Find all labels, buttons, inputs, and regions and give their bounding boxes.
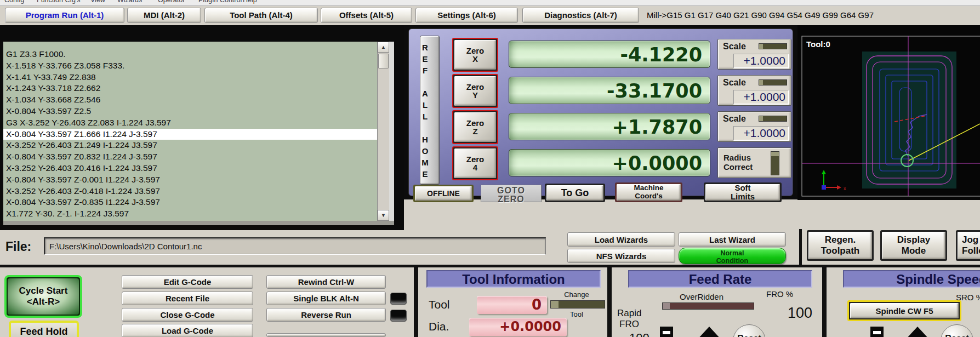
tab-settings[interactable]: Settings (Alt-6)	[415, 8, 518, 23]
spindle-increase-button[interactable]	[903, 325, 932, 337]
nfs-wizards-button[interactable]: NFS Wizards	[567, 249, 675, 263]
rapid-fro-value-dro[interactable]: 100	[629, 331, 649, 337]
display-mode-button[interactable]: DisplayMode	[880, 230, 947, 261]
change-tool-led[interactable]	[550, 300, 605, 309]
scroll-down-icon[interactable]: ▼	[378, 210, 389, 221]
dro-backdrop: REF ALL HOME ZeroX -4.1220 Scale +1.0000…	[404, 25, 797, 199]
gcode-frame-bottom-bevel	[3, 221, 394, 225]
z-scale-box: Scale +1.0000	[717, 111, 791, 142]
ref-all-home-button[interactable]: REF ALL HOME	[420, 36, 440, 185]
axis-indicator-icon: x	[822, 170, 846, 191]
menu-plugin-control[interactable]: PlugIn Control	[198, 0, 242, 4]
tool-number-dro[interactable]: 0	[477, 296, 547, 314]
menu-view[interactable]: View	[90, 0, 105, 4]
gcode-line[interactable]: X1.772 Y-30. Z-1. I-1.224 J3.597	[3, 208, 377, 220]
close-gcode-button[interactable]: Close G-Code	[122, 308, 253, 322]
last-wizard-button[interactable]: Last Wizard	[679, 232, 786, 247]
tab-offsets[interactable]: Offsets (Alt-5)	[321, 8, 412, 23]
gcode-line[interactable]: X-1.41 Y-33.749 Z2.838	[3, 72, 377, 83]
rewind-button[interactable]: Rewind Ctrl-W	[266, 275, 386, 289]
toolpath-canvas: x Tool:0	[797, 25, 980, 200]
gcode-line[interactable]: X-1.034 Y-33.668 Z2.546	[3, 94, 377, 106]
zero-4-button[interactable]: Zero4	[452, 146, 498, 180]
gcode-line[interactable]: X-3.252 Y-26.403 Z-0.418 I-1.224 J3.597	[3, 186, 377, 197]
toolpath-view[interactable]: x Tool:0	[797, 25, 980, 200]
gcode-line[interactable]: X-3.252 Y-26.403 Z0.416 I-1.224 J3.597	[3, 163, 377, 174]
z-scale-dro[interactable]: +1.0000	[733, 126, 789, 141]
overridden-label: OverRidden	[658, 292, 745, 301]
clipped-button[interactable]	[266, 333, 386, 337]
menu-help[interactable]: Help	[243, 0, 257, 4]
gcode-line[interactable]: G3 X-3.252 Y-26.403 Z2.083 I-1.224 J3.59…	[3, 117, 377, 129]
machine-coords-button[interactable]: MachineCoord's	[615, 182, 682, 202]
fro-label: FRO	[619, 319, 639, 330]
dia-label: Dia.	[429, 320, 449, 333]
soft-limits-button[interactable]: SoftLimits	[704, 182, 782, 202]
divider	[0, 265, 980, 267]
tab-diagnostics[interactable]: Diagnostics (Alt-7)	[522, 8, 639, 23]
menu-wizards[interactable]: Wizards	[117, 0, 142, 4]
goto-zero-button[interactable]: GOTOZERO	[481, 185, 542, 202]
divider	[414, 267, 418, 337]
reverse-run-button[interactable]: Reverse Run	[266, 308, 386, 322]
offline-button[interactable]: OFFLINE	[413, 185, 474, 202]
normal-condition-button[interactable]: NormalCondition	[679, 248, 786, 264]
zero-y-button[interactable]: ZeroY	[452, 74, 498, 108]
gcode-line[interactable]: X-1.243 Y-33.718 Z2.662	[3, 83, 377, 94]
spindle-decrease-button[interactable]	[863, 325, 891, 337]
mach3-program-run-screen: Config Function Cfg's View Wizards Opera…	[0, 0, 980, 337]
single-blk-button[interactable]: Single BLK Alt-N	[266, 292, 386, 305]
gcode-line[interactable]: X-0.804 Y-33.597 Z-0.001 I1.224 J-3.597	[3, 174, 377, 186]
gcode-line[interactable]: X-3.252 Y-26.403 Z1.249 I-1.224 J3.597	[3, 140, 377, 151]
menu-operator[interactable]: Operator	[158, 0, 185, 4]
gcode-scrollbar[interactable]: ▲ ▼	[377, 42, 389, 221]
svg-text:x: x	[844, 186, 846, 191]
recent-file-button[interactable]: Recent File	[122, 292, 253, 305]
gcode-line-current[interactable]: X-0.804 Y-33.597 Z1.666 I1.224 J-3.597	[3, 129, 377, 140]
y-axis-dro[interactable]: -33.1700	[509, 77, 710, 104]
file-path-input[interactable]: F:\Users\Kino\Downloads\2D Contour1.nc	[44, 237, 546, 255]
menu-config[interactable]: Config	[4, 0, 24, 4]
spindle-cw-button[interactable]: Spindle CW F5	[847, 300, 961, 321]
tab-tool-path[interactable]: Tool Path (Alt-4)	[204, 8, 318, 23]
feed-rate-header: Feed Rate	[628, 270, 812, 288]
zero-z-button[interactable]: ZeroZ	[452, 110, 498, 144]
gcode-line[interactable]: X-0.804 Y-33.597 Z2.5	[3, 106, 377, 117]
x-scale-dro[interactable]: +1.0000	[733, 54, 789, 68]
fro-value-dro[interactable]: 100	[778, 305, 812, 322]
scrollbar-thumb[interactable]	[378, 54, 389, 68]
tool-diameter-dro[interactable]: +0.0000	[469, 318, 567, 336]
gcode-line[interactable]: G1 Z3.3 F1000.	[3, 49, 377, 60]
gcode-line[interactable]: X-0.804 Y-33.597 Z0.832 I1.224 J-3.597	[3, 151, 377, 163]
feed-hold-button[interactable]: Feed Hold	[9, 321, 79, 337]
radius-correct-led	[771, 151, 779, 175]
gcode-listbox[interactable]: G1 Z3.3 F1000. X-1.518 Y-33.766 Z3.058 F…	[3, 42, 377, 221]
x-scale-led	[759, 43, 787, 49]
divider	[799, 229, 802, 266]
spindle-reset-button[interactable]: Reset	[941, 324, 973, 337]
gcode-frame: G1 Z3.3 F1000. X-1.518 Y-33.766 Z3.058 F…	[0, 25, 404, 230]
menu-function-cfgs[interactable]: Function Cfg's	[37, 0, 81, 4]
regen-toolpath-button[interactable]: Regen.Toolpath	[807, 230, 874, 261]
tab-program-run[interactable]: Program Run (Alt-1)	[5, 8, 124, 23]
load-gcode-button[interactable]: Load G-Code	[122, 324, 253, 337]
feed-decrease-button[interactable]	[652, 325, 681, 337]
gcode-line[interactable]: X-0.804 Y-33.597 Z-0.835 I1.224 J-3.597	[3, 197, 377, 208]
y-scale-dro[interactable]: +1.0000	[733, 90, 789, 105]
jog-follow-button[interactable]: JogFollow	[956, 230, 980, 261]
feed-increase-button[interactable]	[695, 325, 723, 337]
feed-override-led	[662, 302, 754, 310]
feed-reset-button[interactable]: Reset	[733, 324, 766, 337]
x-axis-dro[interactable]: -4.1220	[509, 41, 710, 68]
edit-gcode-button[interactable]: Edit G-Code	[122, 275, 253, 289]
radius-correct-box[interactable]: RadiusCorrect	[717, 147, 791, 178]
zero-x-button[interactable]: ZeroX	[452, 38, 498, 72]
to-go-button[interactable]: To Go	[545, 184, 605, 202]
z-axis-dro[interactable]: +1.7870	[509, 113, 710, 140]
tab-mdi[interactable]: MDI (Alt-2)	[127, 8, 201, 23]
a-axis-dro[interactable]: +0.0000	[509, 149, 710, 176]
scroll-up-icon[interactable]: ▲	[378, 42, 389, 53]
gcode-line[interactable]: X-1.518 Y-33.766 Z3.058 F333.	[3, 60, 377, 72]
cycle-start-button[interactable]: Cycle Start<Alt-R>	[4, 275, 82, 318]
load-wizards-button[interactable]: Load Wizards	[567, 232, 675, 247]
